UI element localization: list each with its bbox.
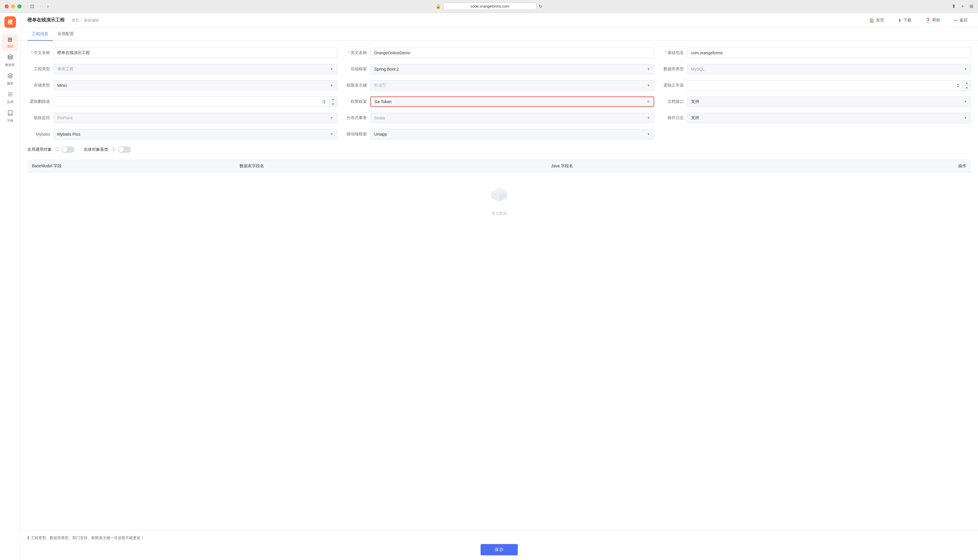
entity-base-info-icon[interactable]: ⓘ: [112, 147, 116, 152]
help-button[interactable]: ❓ 帮助: [922, 16, 944, 25]
tab-app-config[interactable]: 应用配置: [53, 28, 79, 41]
storage-type-select[interactable]: Minio ▼: [53, 80, 337, 91]
empty-state: 暂无数据: [27, 173, 971, 228]
auth-framework-arrow: ▼: [647, 100, 650, 104]
share-icon[interactable]: ⬆: [952, 3, 956, 9]
form-group-mybatis: Mybatis Mybatis Plus ▼: [27, 129, 337, 139]
auth-key-label: 权限表主键: [344, 83, 370, 88]
global-object-label: 全局通用对象: [27, 147, 52, 152]
logic-normal-label: 逻辑正常值: [661, 83, 687, 88]
logic-normal-up[interactable]: ▲: [963, 80, 971, 85]
sidebar-item-database[interactable]: 数据库: [2, 52, 18, 69]
grid-icon[interactable]: ⊞: [970, 3, 973, 9]
auth-key-select[interactable]: 数值型 ▼: [370, 80, 654, 91]
breadcrumb-current: 基础编辑: [84, 18, 99, 23]
titlebar: ⊡ ‹ › 🔒 code.orangeforms.com ↻ ⬆ ＋ ⊞: [0, 0, 978, 13]
app-container: 橙 ⊞ 基础 数据库: [0, 13, 978, 560]
sidebar-item-basic[interactable]: ⊞ 基础: [2, 34, 18, 51]
form-group-distributed-tx: 分布式事务 Seata ▼: [344, 113, 654, 123]
chinese-name-input[interactable]: [53, 48, 337, 58]
entity-base-toggle[interactable]: [118, 147, 131, 153]
refresh-icon[interactable]: ↻: [539, 4, 542, 9]
traffic-lights: [5, 4, 22, 8]
auth-key-arrow: ▼: [647, 83, 650, 87]
base-package-input[interactable]: [687, 48, 971, 58]
mybatis-label: Mybatis: [27, 132, 53, 137]
mybatis-arrow: ▼: [330, 132, 333, 136]
new-tab-icon[interactable]: ＋: [960, 3, 965, 9]
logic-normal-down[interactable]: ▼: [963, 85, 971, 91]
topbar-right: 🏠 首页 ⬇ 下载 ❓ 帮助 ↩ 返回: [866, 16, 971, 25]
logic-delete-label: 逻辑删除值: [27, 99, 53, 104]
topbar: 橙单在线演示工程 首页 / 基础编辑 🏠 首页 ⬇ 下载 ❓ 帮助: [20, 13, 978, 28]
home-button[interactable]: 🏠 首页: [866, 16, 888, 25]
form-group-logic-delete: 逻辑删除值 ▲ ▼: [27, 97, 337, 107]
logic-delete-up[interactable]: ▲: [329, 97, 337, 102]
form-row-6: Mybatis Mybatis Plus ▼ 移动端框架 Uniapp ▼: [27, 129, 971, 139]
auth-framework-select[interactable]: Sa-Token ▼: [370, 97, 654, 107]
database-type-select[interactable]: MySQL ▼: [687, 64, 971, 74]
form-group-auth-key: 权限表主键 数值型 ▼: [344, 80, 654, 91]
form-group-trace-monitor: 链路监控 PinPoint ▼: [27, 113, 337, 123]
form-group-operation-log: 操作日志 支持 ▼: [661, 113, 971, 123]
operation-log-select[interactable]: 支持 ▼: [687, 113, 971, 123]
table-col-header-3: Java 字段名: [551, 163, 863, 169]
form-row-5: 链路监控 PinPoint ▼ 分布式事务 Seata ▼ 操作日志: [27, 113, 971, 123]
empty-text: 暂无数据: [492, 211, 507, 216]
form-group-backend-framework: 后端框架 Spring Boot 2 ▼: [344, 64, 654, 74]
tab-project-info[interactable]: 工程信息: [27, 28, 53, 41]
entity-base-label: 实体对象基类: [84, 147, 108, 152]
table-col-header-2: 数据表字段名: [239, 163, 551, 169]
address-area: 🔒 code.orangeforms.com ↻: [436, 3, 542, 10]
logic-delete-down[interactable]: ▼: [329, 102, 337, 107]
table-col-header-4: 操作: [863, 163, 966, 169]
global-object-group: 全局通用对象 ⓘ: [27, 147, 74, 153]
app-logo: 橙: [4, 16, 16, 28]
sidebar-item-app[interactable]: 应用: [2, 89, 18, 107]
sidebar-item-dictionary[interactable]: 字典: [2, 108, 18, 125]
note-icon: ℹ: [27, 535, 29, 540]
project-type-select[interactable]: 单体工程 ▼: [53, 64, 337, 74]
backend-framework-label: 后端框架: [344, 67, 370, 72]
logic-delete-spinners: ▲ ▼: [329, 97, 337, 107]
basemodel-table: BaseModel 字段 数据表字段名 Java 字段名 操作: [27, 160, 971, 228]
operation-log-label: 操作日志: [661, 115, 687, 120]
logic-delete-input[interactable]: [54, 97, 329, 107]
global-object-toggle[interactable]: [62, 147, 74, 153]
return-button[interactable]: ↩ 返回: [951, 16, 971, 25]
breadcrumb-home[interactable]: 首页: [72, 18, 79, 23]
sidebar-toggle-button[interactable]: ⊡: [28, 3, 36, 10]
mybatis-select[interactable]: Mybatis Plus ▼: [53, 129, 337, 139]
close-button[interactable]: [5, 4, 9, 8]
dictionary-icon: [7, 110, 13, 117]
mobile-framework-arrow: ▼: [647, 132, 650, 136]
form-group-doc-api: 文档接口 支持 ▼: [661, 97, 971, 107]
sidebar-item-service[interactable]: 服务: [2, 71, 18, 88]
help-icon: ❓: [925, 18, 930, 23]
english-name-input[interactable]: [370, 48, 654, 58]
trace-monitor-select[interactable]: PinPoint ▼: [53, 113, 337, 123]
doc-api-arrow: ▼: [964, 100, 967, 104]
logic-normal-input[interactable]: [687, 80, 963, 90]
return-icon: ↩: [954, 18, 958, 23]
forward-button[interactable]: ›: [45, 3, 50, 10]
doc-api-label: 文档接口: [661, 99, 687, 104]
doc-api-select[interactable]: 支持 ▼: [687, 97, 971, 107]
save-button[interactable]: 保存: [481, 544, 518, 555]
minimize-button[interactable]: [11, 4, 15, 8]
download-button[interactable]: ⬇ 下载: [894, 16, 915, 25]
address-bar[interactable]: code.orangeforms.com: [443, 3, 537, 10]
empty-cube-icon: [488, 184, 511, 207]
chinese-name-label: 中文名称: [27, 50, 53, 55]
project-type-arrow: ▼: [330, 67, 333, 71]
storage-type-label: 存储类型: [27, 83, 53, 88]
backend-framework-select[interactable]: Spring Boot 2 ▼: [370, 64, 654, 74]
app-icon: [7, 92, 13, 99]
distributed-tx-select[interactable]: Seata ▼: [370, 113, 654, 123]
mobile-framework-select[interactable]: Uniapp ▼: [370, 129, 654, 139]
form-group-project-type: 工程类型 单体工程 ▼: [27, 64, 337, 74]
back-button[interactable]: ‹: [38, 3, 43, 10]
form-group-logic-normal: 逻辑正常值 ▲ ▼: [661, 80, 971, 91]
global-object-info-icon[interactable]: ⓘ: [55, 147, 59, 152]
maximize-button[interactable]: [17, 4, 22, 8]
